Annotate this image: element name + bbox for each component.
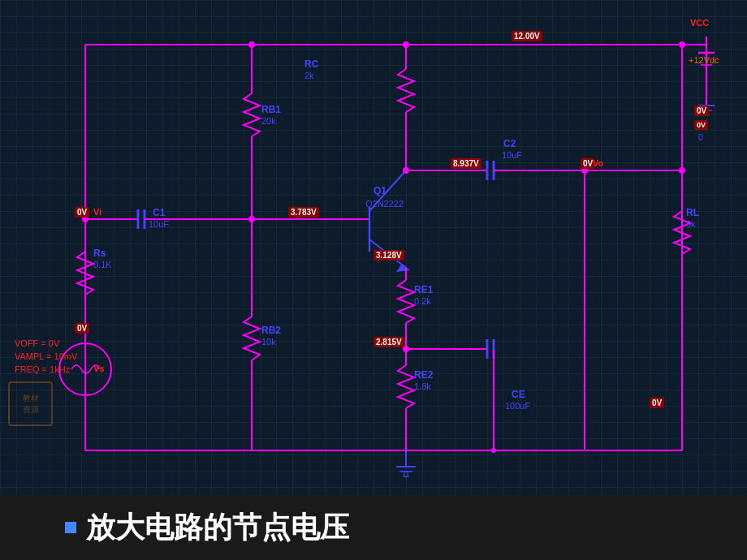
c1-label: C1 xyxy=(153,207,165,218)
emitter2-voltage-badge: 2.815V xyxy=(374,337,404,347)
c1-value: 10uF xyxy=(149,219,169,229)
c2-label: C2 xyxy=(503,138,516,149)
re1-label: RE1 xyxy=(414,284,433,295)
rb1-label: RB1 xyxy=(261,104,281,115)
vi-label: Vi xyxy=(93,207,101,217)
c1-voltage-badge: 0V xyxy=(75,207,89,218)
rs-value: 0.1K xyxy=(93,260,112,269)
rs-label: Rs xyxy=(93,248,106,259)
svg-point-42 xyxy=(491,448,496,453)
vcc-value: +12Vdc xyxy=(689,55,719,65)
bottom-bar: 放大电路的节点电压 xyxy=(0,495,747,560)
rl-bottom-voltage-badge: 0V xyxy=(650,398,664,408)
vs-label: Vs xyxy=(93,364,104,373)
re1-value: 0.2k xyxy=(414,296,431,306)
circuit-area: 12.00V 8.937V 3.783V 3.128V 2.815V 0V 0V… xyxy=(0,0,747,495)
base-voltage-badge: 3.783V xyxy=(288,207,319,218)
ground-label: 0 xyxy=(404,469,408,479)
page-title: 放大电路的节点电压 xyxy=(86,508,349,548)
rb1-value: 20k xyxy=(261,116,276,126)
re2-label: RE2 xyxy=(414,369,433,381)
svg-marker-22 xyxy=(396,264,410,272)
svg-point-48 xyxy=(248,41,255,48)
watermark: 教材资源 xyxy=(8,381,53,426)
re2-value: 1.8k xyxy=(414,381,431,391)
vs-voltage-badge: 0V xyxy=(75,323,89,334)
rc-value: 2k xyxy=(304,71,314,80)
emitter1-voltage-badge: 3.128V xyxy=(374,250,404,261)
svg-point-49 xyxy=(403,41,409,48)
svg-point-53 xyxy=(679,167,685,174)
ce-label: CE xyxy=(512,389,525,400)
freq-param: FREQ = 1kHz xyxy=(15,363,77,376)
vcc-gnd-label: 0 xyxy=(698,132,703,142)
voff-param: VOFF = 0V xyxy=(15,337,77,350)
vcc-label: VCC xyxy=(690,18,709,28)
vampl-param: VAMPL = 10mV xyxy=(15,350,77,363)
vo-label: Vo xyxy=(593,158,603,168)
rl-value: 6k xyxy=(686,219,696,229)
ce-value: 100uF xyxy=(505,401,530,411)
source-params: VOFF = 0V VAMPL = 10mV FREQ = 1kHz xyxy=(15,337,77,376)
svg-point-47 xyxy=(248,216,255,222)
collector-voltage-badge: 8.937V xyxy=(451,158,481,169)
q1-sublabel: Q2N2222 xyxy=(365,199,404,209)
rc-label: RC xyxy=(304,58,318,70)
title-icon xyxy=(65,522,76,533)
svg-point-50 xyxy=(679,41,685,48)
vcc-right-voltage-badge: 0V xyxy=(694,106,709,116)
vcc-gnd-badge: 0V xyxy=(694,120,708,130)
rb2-label: RB2 xyxy=(261,325,281,336)
vcc-voltage-badge: 12.00V xyxy=(512,31,542,41)
rl-label: RL xyxy=(686,207,699,218)
circuit-diagram xyxy=(0,0,747,495)
c2-value: 10uF xyxy=(502,150,522,160)
rb2-value: 10k xyxy=(261,337,276,347)
q1-label: Q1 xyxy=(374,185,386,196)
